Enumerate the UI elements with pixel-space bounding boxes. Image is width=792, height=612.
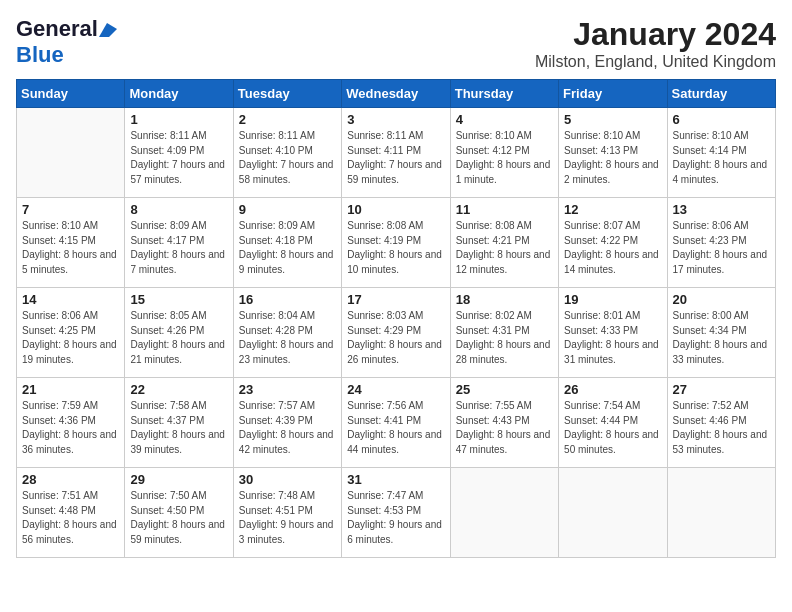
day-info: Sunrise: 7:55 AMSunset: 4:43 PMDaylight:… [456, 399, 553, 457]
header-wednesday: Wednesday [342, 80, 450, 108]
day-info: Sunrise: 8:01 AMSunset: 4:33 PMDaylight:… [564, 309, 661, 367]
day-number: 16 [239, 292, 336, 307]
day-info: Sunrise: 8:10 AMSunset: 4:15 PMDaylight:… [22, 219, 119, 277]
day-info: Sunrise: 8:02 AMSunset: 4:31 PMDaylight:… [456, 309, 553, 367]
day-number: 2 [239, 112, 336, 127]
table-row: 24Sunrise: 7:56 AMSunset: 4:41 PMDayligh… [342, 378, 450, 468]
day-info: Sunrise: 8:09 AMSunset: 4:17 PMDaylight:… [130, 219, 227, 277]
table-row: 3Sunrise: 8:11 AMSunset: 4:11 PMDaylight… [342, 108, 450, 198]
table-row: 7Sunrise: 8:10 AMSunset: 4:15 PMDaylight… [17, 198, 125, 288]
day-number: 5 [564, 112, 661, 127]
day-number: 21 [22, 382, 119, 397]
day-info: Sunrise: 7:47 AMSunset: 4:53 PMDaylight:… [347, 489, 444, 547]
table-row: 27Sunrise: 7:52 AMSunset: 4:46 PMDayligh… [667, 378, 775, 468]
table-row: 16Sunrise: 8:04 AMSunset: 4:28 PMDayligh… [233, 288, 341, 378]
table-row: 11Sunrise: 8:08 AMSunset: 4:21 PMDayligh… [450, 198, 558, 288]
header-monday: Monday [125, 80, 233, 108]
svg-marker-0 [99, 23, 117, 37]
calendar-week-row: 21Sunrise: 7:59 AMSunset: 4:36 PMDayligh… [17, 378, 776, 468]
day-info: Sunrise: 8:05 AMSunset: 4:26 PMDaylight:… [130, 309, 227, 367]
day-number: 22 [130, 382, 227, 397]
day-number: 7 [22, 202, 119, 217]
day-number: 24 [347, 382, 444, 397]
day-number: 30 [239, 472, 336, 487]
logo-general: General [16, 16, 98, 42]
table-row: 26Sunrise: 7:54 AMSunset: 4:44 PMDayligh… [559, 378, 667, 468]
table-row [17, 108, 125, 198]
day-info: Sunrise: 7:52 AMSunset: 4:46 PMDaylight:… [673, 399, 770, 457]
day-info: Sunrise: 7:48 AMSunset: 4:51 PMDaylight:… [239, 489, 336, 547]
day-info: Sunrise: 7:59 AMSunset: 4:36 PMDaylight:… [22, 399, 119, 457]
table-row: 30Sunrise: 7:48 AMSunset: 4:51 PMDayligh… [233, 468, 341, 558]
table-row: 14Sunrise: 8:06 AMSunset: 4:25 PMDayligh… [17, 288, 125, 378]
table-row: 17Sunrise: 8:03 AMSunset: 4:29 PMDayligh… [342, 288, 450, 378]
table-row: 6Sunrise: 8:10 AMSunset: 4:14 PMDaylight… [667, 108, 775, 198]
table-row: 9Sunrise: 8:09 AMSunset: 4:18 PMDaylight… [233, 198, 341, 288]
day-info: Sunrise: 7:58 AMSunset: 4:37 PMDaylight:… [130, 399, 227, 457]
logo-icon [99, 23, 117, 37]
day-number: 29 [130, 472, 227, 487]
day-number: 12 [564, 202, 661, 217]
day-number: 28 [22, 472, 119, 487]
header-saturday: Saturday [667, 80, 775, 108]
day-info: Sunrise: 8:06 AMSunset: 4:23 PMDaylight:… [673, 219, 770, 277]
calendar-week-row: 7Sunrise: 8:10 AMSunset: 4:15 PMDaylight… [17, 198, 776, 288]
table-row: 8Sunrise: 8:09 AMSunset: 4:17 PMDaylight… [125, 198, 233, 288]
day-info: Sunrise: 8:11 AMSunset: 4:09 PMDaylight:… [130, 129, 227, 187]
header-tuesday: Tuesday [233, 80, 341, 108]
day-info: Sunrise: 8:10 AMSunset: 4:12 PMDaylight:… [456, 129, 553, 187]
calendar: Sunday Monday Tuesday Wednesday Thursday… [16, 79, 776, 558]
table-row: 18Sunrise: 8:02 AMSunset: 4:31 PMDayligh… [450, 288, 558, 378]
table-row: 5Sunrise: 8:10 AMSunset: 4:13 PMDaylight… [559, 108, 667, 198]
day-number: 15 [130, 292, 227, 307]
day-number: 25 [456, 382, 553, 397]
day-info: Sunrise: 7:51 AMSunset: 4:48 PMDaylight:… [22, 489, 119, 547]
logo-blue: Blue [16, 42, 64, 67]
table-row: 19Sunrise: 8:01 AMSunset: 4:33 PMDayligh… [559, 288, 667, 378]
month-title: January 2024 [535, 16, 776, 53]
day-number: 18 [456, 292, 553, 307]
day-number: 3 [347, 112, 444, 127]
table-row [450, 468, 558, 558]
table-row: 1Sunrise: 8:11 AMSunset: 4:09 PMDaylight… [125, 108, 233, 198]
day-info: Sunrise: 7:54 AMSunset: 4:44 PMDaylight:… [564, 399, 661, 457]
day-number: 14 [22, 292, 119, 307]
day-info: Sunrise: 8:06 AMSunset: 4:25 PMDaylight:… [22, 309, 119, 367]
day-number: 31 [347, 472, 444, 487]
day-number: 10 [347, 202, 444, 217]
table-row: 20Sunrise: 8:00 AMSunset: 4:34 PMDayligh… [667, 288, 775, 378]
table-row: 29Sunrise: 7:50 AMSunset: 4:50 PMDayligh… [125, 468, 233, 558]
day-number: 17 [347, 292, 444, 307]
day-number: 11 [456, 202, 553, 217]
title-section: January 2024 Milston, England, United Ki… [535, 16, 776, 71]
weekday-header-row: Sunday Monday Tuesday Wednesday Thursday… [17, 80, 776, 108]
table-row: 15Sunrise: 8:05 AMSunset: 4:26 PMDayligh… [125, 288, 233, 378]
calendar-week-row: 28Sunrise: 7:51 AMSunset: 4:48 PMDayligh… [17, 468, 776, 558]
day-info: Sunrise: 8:08 AMSunset: 4:21 PMDaylight:… [456, 219, 553, 277]
logo: General Blue [16, 16, 117, 68]
table-row: 28Sunrise: 7:51 AMSunset: 4:48 PMDayligh… [17, 468, 125, 558]
table-row: 21Sunrise: 7:59 AMSunset: 4:36 PMDayligh… [17, 378, 125, 468]
day-number: 19 [564, 292, 661, 307]
header-sunday: Sunday [17, 80, 125, 108]
page-header: General Blue January 2024 Milston, Engla… [16, 16, 776, 71]
day-number: 9 [239, 202, 336, 217]
day-info: Sunrise: 8:10 AMSunset: 4:14 PMDaylight:… [673, 129, 770, 187]
day-info: Sunrise: 8:09 AMSunset: 4:18 PMDaylight:… [239, 219, 336, 277]
calendar-week-row: 1Sunrise: 8:11 AMSunset: 4:09 PMDaylight… [17, 108, 776, 198]
day-info: Sunrise: 8:11 AMSunset: 4:10 PMDaylight:… [239, 129, 336, 187]
day-info: Sunrise: 7:50 AMSunset: 4:50 PMDaylight:… [130, 489, 227, 547]
table-row [667, 468, 775, 558]
table-row: 10Sunrise: 8:08 AMSunset: 4:19 PMDayligh… [342, 198, 450, 288]
table-row: 13Sunrise: 8:06 AMSunset: 4:23 PMDayligh… [667, 198, 775, 288]
day-number: 1 [130, 112, 227, 127]
day-info: Sunrise: 8:04 AMSunset: 4:28 PMDaylight:… [239, 309, 336, 367]
day-number: 23 [239, 382, 336, 397]
day-number: 13 [673, 202, 770, 217]
calendar-week-row: 14Sunrise: 8:06 AMSunset: 4:25 PMDayligh… [17, 288, 776, 378]
day-info: Sunrise: 8:03 AMSunset: 4:29 PMDaylight:… [347, 309, 444, 367]
day-info: Sunrise: 8:08 AMSunset: 4:19 PMDaylight:… [347, 219, 444, 277]
header-friday: Friday [559, 80, 667, 108]
day-number: 8 [130, 202, 227, 217]
table-row: 31Sunrise: 7:47 AMSunset: 4:53 PMDayligh… [342, 468, 450, 558]
